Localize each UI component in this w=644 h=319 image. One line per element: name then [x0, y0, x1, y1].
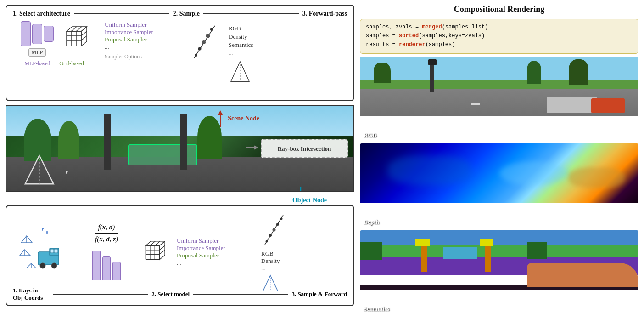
grid-cube-svg	[61, 25, 88, 51]
svg-line-49	[150, 241, 155, 245]
code-line-2: samples = sorted(samples,keys=zvals)	[366, 32, 633, 40]
forward-pass-top: RGB Density Semantics ...	[229, 21, 288, 86]
right-arrow-svg	[246, 143, 259, 152]
formula-fraction: f(x, d) f(x, d, z)	[95, 223, 118, 244]
bottom-line-2	[193, 294, 288, 295]
code-block: samples, zvals = merged(samples_list) sa…	[360, 19, 638, 54]
fp-items-top: RGB Density Semantics ...	[229, 25, 253, 57]
svg-point-58	[280, 218, 283, 220]
sampler-options-top: Uniform Sampler Importance Sampler Propo…	[100, 21, 183, 62]
svg-line-8	[76, 27, 82, 31]
mlp-text: MLP	[28, 48, 46, 57]
code-post-1: (samples_list)	[442, 24, 488, 30]
road-mark	[471, 103, 480, 105]
formula-numerator: f(x, d)	[98, 223, 115, 232]
raybox-label: Ray-box Intersection	[278, 145, 331, 152]
arrow-down-svg	[294, 186, 308, 192]
arrow-down-area	[294, 186, 308, 192]
bottom-fp-density: Density	[261, 257, 280, 265]
code-keys: keys	[448, 33, 462, 39]
bottom-step2: 2. Select model	[151, 291, 190, 298]
code-line-1: samples, zvals = merged(samples_list)	[366, 23, 633, 32]
rgb-tree-3	[569, 59, 588, 85]
top-content: MLP	[13, 21, 347, 86]
semantics-label: Semantics	[364, 305, 389, 313]
right-panel: Compositional Rendering samples, zvals =…	[360, 5, 638, 314]
rgb-tree-1	[374, 63, 390, 84]
sampler-proposal-top: Proposal Sampler	[105, 36, 147, 43]
svg-line-9	[81, 31, 87, 36]
grid-label: Grid-based	[59, 60, 84, 67]
sampler-options-bottom: Uniform Sampler Importance Sampler Propo…	[172, 237, 255, 267]
svg-point-56	[273, 228, 276, 232]
depth-panel: Depth	[360, 143, 638, 228]
code-post-2: (samples,	[419, 33, 448, 39]
model-col-2	[102, 256, 111, 280]
middle-section: r Scene Node	[6, 105, 354, 192]
depth-image	[360, 143, 638, 203]
arch-labels: MLP-based Grid-based	[24, 60, 84, 67]
code-func-renderer: renderer	[399, 41, 426, 48]
middle-wrapper: r Scene Node	[6, 105, 354, 192]
model-col-3	[112, 262, 121, 280]
sampler-uniform-bottom: Uniform Sampler	[177, 237, 218, 245]
ray-dots-svg	[190, 21, 222, 63]
bottom-grid-cube	[140, 239, 166, 265]
sampler-title-top: Sampler Options	[105, 53, 142, 60]
step-line-2	[203, 13, 299, 14]
svg-line-10	[81, 36, 87, 40]
bottom-content: r o	[13, 211, 347, 293]
svg-point-15	[206, 34, 210, 38]
sem-elem-1	[443, 247, 477, 259]
bottom-grid-cube-svg	[140, 239, 166, 265]
svg-line-50	[155, 241, 160, 245]
sem-tl-1	[415, 239, 429, 246]
svg-text:o: o	[46, 229, 48, 234]
bottom-ray-dots-svg	[261, 211, 289, 248]
step-labels-top: 1. Select architecture 2. Sample 3. Forw…	[13, 10, 347, 17]
r-label: r	[66, 169, 68, 176]
camera-frustum-svg	[229, 61, 252, 86]
arch-options: MLP	[13, 21, 95, 67]
code-var-3: results =	[366, 41, 399, 48]
svg-line-51	[160, 245, 165, 250]
semantics-panel: Semantics	[360, 230, 638, 314]
mlp-blocks	[21, 21, 54, 46]
code-line-3: results = renderer(samples)	[366, 40, 633, 49]
sem-tree-1	[360, 242, 382, 260]
mlp-icon-group: MLP	[21, 21, 54, 57]
rgb-bg	[360, 57, 638, 116]
svg-rect-38	[50, 249, 54, 253]
raybox-box: Ray-box Intersection	[261, 139, 348, 158]
code-var-2: samples =	[366, 33, 399, 39]
svg-point-12	[195, 54, 197, 57]
bottom-step3: 3. Sample & Forward	[291, 291, 347, 298]
step1-label: 1. Select architecture	[13, 10, 70, 17]
arch-icons: MLP	[21, 21, 88, 57]
svg-marker-23	[218, 110, 223, 115]
pole-1	[104, 114, 111, 170]
svg-point-14	[202, 40, 206, 44]
sampler-dots-bottom: ...	[177, 259, 181, 267]
bottom-step-labels: 1. Rays in Obj Coords 2. Select model 3.…	[13, 287, 347, 302]
step-line-1	[74, 13, 169, 14]
rays-svg: r o	[17, 224, 68, 279]
sampler-importance-bottom: Importance Sampler	[177, 245, 225, 252]
fp-density: Density	[229, 33, 253, 40]
code-post-3: (samples)	[426, 41, 455, 48]
rgb-image	[360, 57, 638, 116]
rgb-label: RGB	[364, 131, 376, 139]
left-panel: 1. Select architecture 2. Sample 3. Forw…	[6, 5, 354, 314]
svg-rect-42	[146, 245, 159, 259]
fp-semantics: Semantics	[229, 41, 253, 49]
sampler-dots-top: ...	[105, 43, 109, 51]
bottom-line-1	[53, 294, 148, 295]
rgb-panel: RGB	[360, 57, 638, 141]
scene-node-label: Scene Node	[228, 115, 259, 122]
rgb-traffic-light	[428, 59, 437, 65]
svg-text:r: r	[41, 226, 44, 233]
svg-point-57	[276, 223, 279, 226]
rgb-tree-2	[527, 61, 541, 84]
step3-label: 3. Forward-pass	[302, 10, 347, 17]
bottom-section: r o	[6, 205, 354, 306]
